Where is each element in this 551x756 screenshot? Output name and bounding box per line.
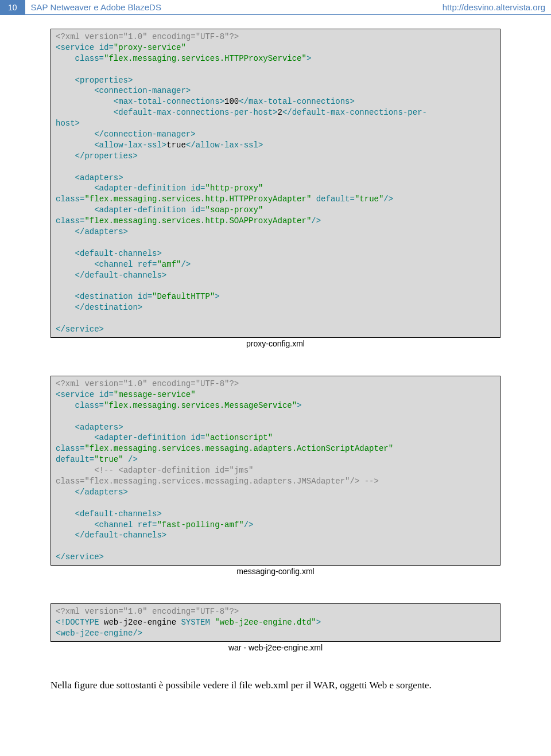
code-token — [56, 401, 75, 410]
code-token — [56, 54, 75, 63]
code-token: ref= — [138, 260, 157, 269]
code-token: <destination — [75, 292, 133, 301]
code-token — [56, 108, 114, 117]
code-token: </default-channels> — [75, 531, 167, 540]
code-token: ref= — [138, 520, 157, 529]
code-token: > — [316, 618, 321, 627]
code-token: true — [166, 141, 186, 150]
code-token: /> — [383, 194, 393, 204]
code-token — [311, 194, 316, 204]
code-token — [56, 173, 75, 182]
code-token: /> — [181, 260, 191, 269]
code-token: "true" — [355, 194, 383, 204]
code-token: </allow-lax-ssl> — [186, 141, 263, 150]
code-token: /> — [128, 455, 138, 464]
code-token — [56, 292, 75, 301]
code-token — [56, 86, 94, 95]
code-token: web-j2ee-engine — [99, 618, 181, 627]
code-token — [56, 303, 75, 312]
code-token: <?xml version="1.0" encoding="UTF-8"?> — [56, 379, 239, 388]
code-token: <adapters> — [75, 173, 123, 182]
code-token: "http-proxy" — [205, 184, 263, 193]
code-token: </connection-manager> — [94, 130, 195, 139]
code-token: class= — [56, 216, 84, 225]
code-block-proxy-config: <?xml version="1.0" encoding="UTF-8"?> <… — [51, 29, 500, 338]
code-token — [56, 205, 94, 215]
code-token: id= — [191, 433, 205, 442]
code-token: class= — [75, 54, 104, 63]
code-token: </adapters> — [75, 488, 128, 497]
page-content: <?xml version="1.0" encoding="UTF-8"?> <… — [0, 29, 551, 726]
code-block-web-j2ee-engine: <?xml version="1.0" encoding="UTF-8"?> <… — [51, 603, 500, 642]
code-token: <service — [56, 43, 94, 52]
code-token: </destination> — [75, 303, 143, 312]
code-token — [133, 292, 137, 301]
code-token: id= — [138, 292, 152, 301]
code-token — [56, 531, 75, 540]
code-token: <service — [56, 390, 94, 399]
code-token — [56, 520, 94, 529]
code-token — [56, 509, 75, 519]
code-token: class="flex.messaging.services.messaging… — [56, 477, 379, 486]
code-token — [56, 423, 75, 432]
code-token: > — [215, 292, 219, 301]
code-token: default= — [316, 194, 355, 204]
header-title: SAP Netweaver e Adobe BlazeDS — [25, 0, 437, 14]
code-token: id= — [99, 390, 114, 399]
code-token — [56, 488, 75, 497]
code-token: <channel — [94, 260, 133, 269]
code-token: SYSTEM — [181, 618, 209, 627]
code-token — [56, 141, 94, 150]
code-token: id= — [191, 205, 205, 215]
code-token — [186, 433, 191, 442]
code-token: /> — [311, 216, 321, 225]
caption-proxy-config: proxy-config.xml — [51, 339, 500, 348]
code-token: "fast-polling-amf" — [157, 520, 243, 529]
code-token — [94, 390, 99, 399]
code-token — [133, 260, 137, 269]
code-token: 2 — [277, 108, 282, 117]
code-block-messaging-config: <?xml version="1.0" encoding="UTF-8"?> <… — [51, 376, 500, 566]
code-token — [186, 184, 191, 193]
code-token — [56, 466, 94, 475]
code-token: <adapters> — [75, 423, 123, 432]
code-token — [56, 227, 75, 236]
code-token — [56, 130, 94, 139]
code-token — [56, 260, 94, 269]
code-token: "flex.messaging.services.http.HTTPProxyA… — [84, 194, 311, 204]
code-token: <channel — [94, 520, 133, 529]
code-token — [186, 205, 191, 215]
code-token: <!DOCTYPE — [56, 618, 99, 627]
code-token: <default-channels> — [75, 509, 162, 519]
code-token: "message-service" — [114, 390, 196, 399]
body-paragraph: Nella figure due sottostanti è possibile… — [51, 680, 500, 691]
code-token: </properties> — [75, 151, 138, 161]
code-token — [56, 76, 75, 85]
code-token: "flex.messaging.services.HTTPProxyServic… — [104, 54, 306, 63]
code-token — [94, 43, 99, 52]
code-token: <default-max-connections-per-host> — [114, 108, 278, 117]
code-token — [123, 455, 128, 464]
code-token: 100 — [224, 97, 239, 106]
code-token: "DefaultHTTP" — [152, 292, 215, 301]
code-token: class= — [56, 194, 84, 204]
code-token: class= — [56, 444, 84, 453]
code-token: <?xml version="1.0" encoding="UTF-8"?> — [56, 32, 239, 41]
code-token: </max-total-connections> — [239, 97, 355, 106]
code-token: /> — [244, 520, 254, 529]
caption-web-j2ee-engine: war - web-j2ee-engine.xml — [51, 643, 500, 652]
code-token: <max-total-connections> — [114, 97, 224, 106]
code-token: <web-j2ee-engine/> — [56, 629, 142, 638]
code-token: <?xml version="1.0" encoding="UTF-8"?> — [56, 607, 239, 616]
page-number-badge: 10 — [0, 0, 25, 14]
code-token — [56, 433, 94, 442]
code-token — [56, 184, 94, 193]
code-token: "web-j2ee-engine.dtd" — [215, 618, 316, 627]
code-token: "true" — [94, 455, 123, 464]
code-token — [56, 249, 75, 258]
code-token: <default-channels> — [75, 249, 162, 258]
caption-messaging-config: messaging-config.xml — [51, 567, 500, 576]
code-token — [56, 271, 75, 280]
code-token: id= — [99, 43, 114, 52]
code-token: id= — [191, 184, 205, 193]
